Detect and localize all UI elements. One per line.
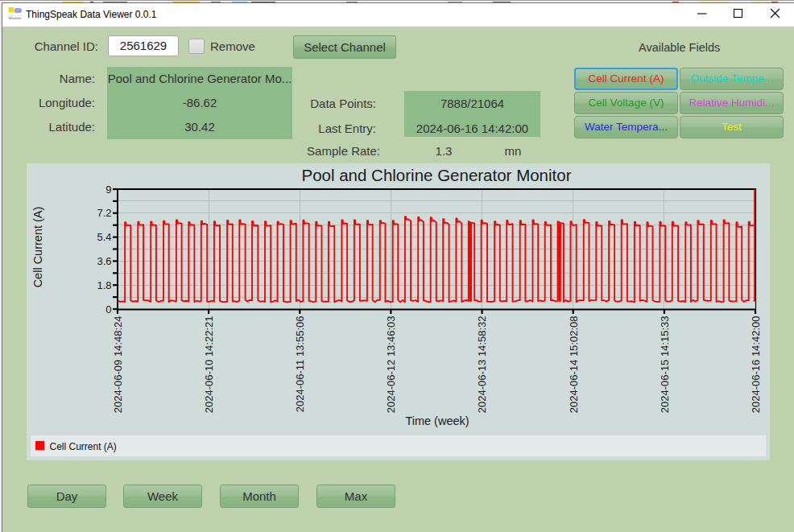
svg-text:3.6: 3.6 (97, 255, 111, 267)
svg-text:Time (week): Time (week) (405, 414, 469, 427)
svg-text:7.2: 7.2 (97, 207, 111, 219)
svg-text:2024-06-14 15:02:08: 2024-06-14 15:02:08 (568, 316, 580, 414)
svg-text:2024-06-11 13:55:06: 2024-06-11 13:55:06 (294, 316, 306, 413)
svg-text:2024-06-15 14:15:33: 2024-06-15 14:15:33 (659, 316, 671, 414)
svg-text:2024-06-16 14:42:00: 2024-06-16 14:42:00 (750, 316, 762, 414)
svg-text:2024-06-13 14:58:32: 2024-06-13 14:58:32 (476, 316, 488, 414)
svg-text:2024-06-09 14:48:24: 2024-06-09 14:48:24 (112, 316, 124, 414)
svg-text:Pool and Chlorine Generator Mo: Pool and Chlorine Generator Monitor (301, 166, 571, 184)
svg-text:Weather: Weather (9, 16, 23, 20)
svg-text:2024-06-12 13:46:03: 2024-06-12 13:46:03 (385, 316, 397, 414)
svg-text:9: 9 (105, 184, 111, 196)
svg-text:Cell Current (A): Cell Current (A) (50, 441, 117, 452)
svg-text:1.8: 1.8 (97, 279, 111, 291)
svg-text:2024-06-10 14:22:21: 2024-06-10 14:22:21 (203, 316, 215, 414)
svg-text:0: 0 (105, 303, 111, 315)
svg-text:Cell Current (A): Cell Current (A) (31, 207, 44, 288)
svg-text:5.4: 5.4 (97, 231, 111, 243)
